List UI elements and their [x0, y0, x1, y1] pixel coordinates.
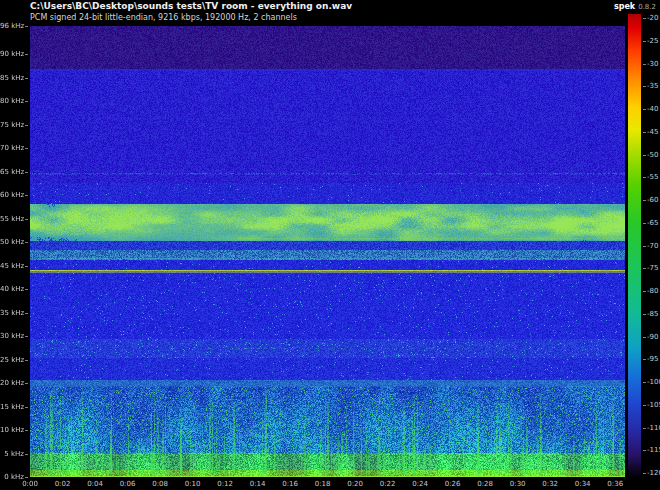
- time-tick-label: 0:18: [308, 480, 338, 488]
- db-tick-mark: [643, 132, 646, 133]
- freq-tick-mark: [25, 266, 28, 267]
- time-tick-label: 0:24: [405, 480, 435, 488]
- time-tick-label: 0:08: [145, 480, 175, 488]
- db-tick-mark: [643, 109, 646, 110]
- db-tick-mark: [643, 359, 646, 360]
- freq-tick-label: 60 kHz: [0, 191, 24, 199]
- freq-tick-mark: [25, 219, 28, 220]
- db-tick-label: -25 dB: [647, 37, 660, 45]
- app-brand-name: spek: [614, 2, 635, 11]
- db-tick-label: -95 dB: [647, 355, 660, 363]
- db-tick-label: -30 dB: [647, 60, 660, 68]
- freq-tick-label: 85 kHz: [0, 74, 24, 82]
- db-tick-mark: [643, 155, 646, 156]
- db-tick-mark: [643, 200, 646, 201]
- db-tick-label: -50 dB: [647, 151, 660, 159]
- freq-tick-mark: [25, 195, 28, 196]
- db-tick-mark: [643, 223, 646, 224]
- freq-tick-label: 35 kHz: [0, 309, 24, 317]
- spectrogram-canvas: [30, 26, 625, 477]
- db-tick-label: -115 dB: [647, 446, 660, 454]
- freq-tick-label: 50 kHz: [0, 238, 24, 246]
- time-tick-label: 0:12: [210, 480, 240, 488]
- db-tick-label: -65 dB: [647, 219, 660, 227]
- freq-tick-mark: [25, 454, 28, 455]
- time-tick-label: 0:20: [340, 480, 370, 488]
- freq-tick-label: 96 kHz: [0, 22, 24, 30]
- freq-tick-mark: [25, 313, 28, 314]
- freq-tick-label: 40 kHz: [0, 285, 24, 293]
- freq-tick-mark: [25, 172, 28, 173]
- freq-tick-mark: [25, 360, 28, 361]
- time-tick-label: 0:04: [80, 480, 110, 488]
- freq-tick-mark: [25, 125, 28, 126]
- db-tick-mark: [643, 177, 646, 178]
- freq-tick-mark: [25, 101, 28, 102]
- db-tick-label: -100 dB: [647, 378, 660, 386]
- db-tick-label: -105 dB: [647, 401, 660, 409]
- db-tick-mark: [643, 246, 646, 247]
- db-tick-mark: [643, 18, 646, 19]
- time-tick-label: 0:36: [600, 480, 630, 488]
- freq-tick-label: 70 kHz: [0, 144, 24, 152]
- db-tick-mark: [643, 428, 646, 429]
- time-tick-label: 0:34: [568, 480, 598, 488]
- db-tick-label: -45 dB: [647, 128, 660, 136]
- freq-tick-mark: [25, 289, 28, 290]
- db-tick-label: -85 dB: [647, 310, 660, 318]
- db-tick-label: -70 dB: [647, 242, 660, 250]
- freq-tick-label: 65 kHz: [0, 168, 24, 176]
- freq-tick-label: 75 kHz: [0, 121, 24, 129]
- time-tick-label: 0:00: [15, 480, 45, 488]
- time-tick-label: 0:06: [113, 480, 143, 488]
- db-tick-label: -80 dB: [647, 287, 660, 295]
- db-tick-label: -120 dB: [647, 469, 660, 477]
- freq-tick-label: 30 kHz: [0, 332, 24, 340]
- freq-tick-label: 20 kHz: [0, 379, 24, 387]
- db-tick-mark: [643, 473, 646, 474]
- freq-tick-mark: [25, 407, 28, 408]
- freq-tick-mark: [25, 336, 28, 337]
- time-tick-label: 0:10: [178, 480, 208, 488]
- db-tick-mark: [643, 314, 646, 315]
- db-tick-mark: [643, 450, 646, 451]
- db-tick-label: -55 dB: [647, 173, 660, 181]
- app-version: 0.8.2: [638, 3, 656, 11]
- freq-tick-label: 90 kHz: [0, 50, 24, 58]
- time-tick-label: 0:28: [470, 480, 500, 488]
- db-tick-label: -75 dB: [647, 264, 660, 272]
- freq-tick-label: 15 kHz: [0, 403, 24, 411]
- file-info: PCM signed 24-bit little-endian, 9216 kb…: [30, 13, 297, 22]
- time-tick-label: 0:30: [503, 480, 533, 488]
- freq-tick-mark: [25, 383, 28, 384]
- db-tick-mark: [643, 86, 646, 87]
- freq-tick-label: 10 kHz: [0, 426, 24, 434]
- db-tick-mark: [643, 382, 646, 383]
- time-tick-label: 0:32: [535, 480, 565, 488]
- time-tick-label: 0:02: [48, 480, 78, 488]
- freq-tick-label: 55 kHz: [0, 215, 24, 223]
- db-tick-label: -60 dB: [647, 196, 660, 204]
- freq-tick-mark: [25, 26, 28, 27]
- time-tick-label: 0:26: [438, 480, 468, 488]
- db-tick-label: -90 dB: [647, 333, 660, 341]
- time-tick-label: 0:14: [243, 480, 273, 488]
- freq-tick-mark: [25, 242, 28, 243]
- freq-tick-mark: [25, 54, 28, 55]
- file-path-title: C:\Users\BC\Desktop\sounds tests\TV room…: [30, 1, 352, 11]
- spek-window: C:\Users\BC\Desktop\sounds tests\TV room…: [0, 0, 660, 490]
- app-brand: spek0.8.2: [614, 2, 656, 11]
- freq-tick-label: 5 kHz: [0, 450, 24, 458]
- db-tick-mark: [643, 405, 646, 406]
- freq-tick-label: 25 kHz: [0, 356, 24, 364]
- db-tick-mark: [643, 64, 646, 65]
- freq-tick-mark: [25, 148, 28, 149]
- freq-tick-mark: [25, 477, 28, 478]
- db-tick-label: -40 dB: [647, 105, 660, 113]
- db-tick-mark: [643, 268, 646, 269]
- db-tick-mark: [643, 337, 646, 338]
- db-color-scale: [628, 14, 641, 478]
- freq-tick-label: 80 kHz: [0, 97, 24, 105]
- freq-tick-mark: [25, 430, 28, 431]
- time-tick-label: 0:16: [275, 480, 305, 488]
